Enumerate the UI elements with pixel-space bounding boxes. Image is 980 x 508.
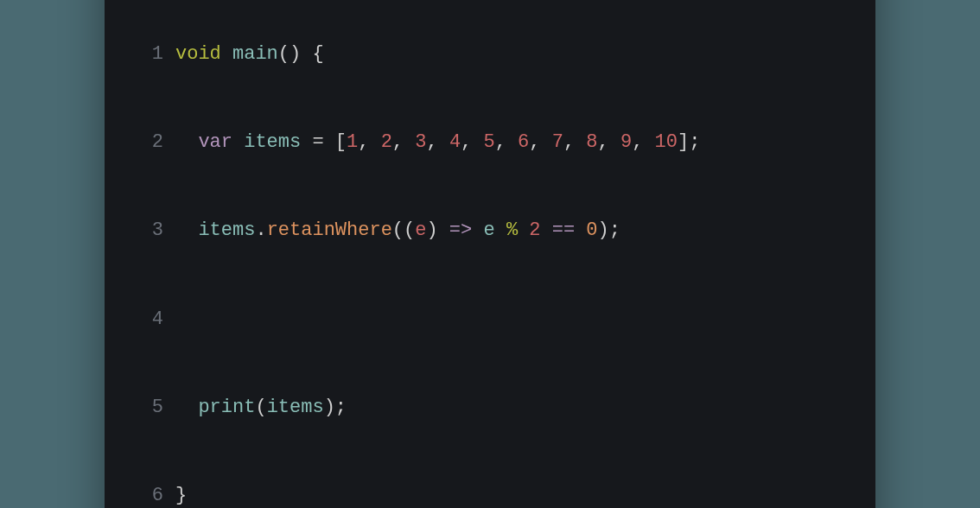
semicolon: ; bbox=[609, 219, 620, 241]
dot: . bbox=[255, 219, 266, 241]
close-paren: ) bbox=[324, 397, 335, 418]
open-paren: ( bbox=[278, 43, 290, 65]
line-number: 2 bbox=[132, 128, 163, 157]
indent bbox=[175, 219, 198, 241]
number-literal: 9 bbox=[620, 131, 632, 153]
code-line: 6 } bbox=[132, 481, 848, 508]
comma: , bbox=[563, 131, 586, 153]
comma: , bbox=[495, 131, 518, 153]
code-line: 1 void main() { bbox=[132, 40, 848, 69]
code-content: items.retainWhere((e) => e % 2 == 0); bbox=[175, 216, 620, 245]
number-literal: 10 bbox=[655, 131, 678, 153]
indent bbox=[175, 397, 198, 418]
code-content: var items = [1, 2, 3, 4, 5, 6, 7, 8, 9, … bbox=[175, 128, 700, 157]
modulo-operator: % bbox=[495, 219, 530, 241]
function-print: print bbox=[198, 397, 255, 418]
line-number: 6 bbox=[132, 481, 163, 508]
semicolon: ; bbox=[335, 397, 347, 418]
open-bracket: [ bbox=[335, 131, 347, 153]
code-line: 2 var items = [1, 2, 3, 4, 5, 6, 7, 8, 9… bbox=[132, 128, 848, 157]
number-literal: 2 bbox=[381, 131, 392, 153]
close-brace: } bbox=[175, 485, 187, 506]
number-literal: 7 bbox=[552, 131, 563, 153]
number-literal: 2 bbox=[529, 219, 540, 241]
number-literal: 3 bbox=[415, 131, 426, 153]
code-block: 1 void main() { 2 var items = [1, 2, 3, … bbox=[132, 0, 848, 508]
keyword-void: void bbox=[175, 43, 221, 65]
line-number: 3 bbox=[132, 216, 163, 245]
number-literal: 6 bbox=[518, 131, 529, 153]
open-paren: ( bbox=[255, 397, 266, 418]
identifier: items bbox=[244, 131, 301, 153]
line-number: 4 bbox=[132, 305, 163, 334]
equality-operator: == bbox=[541, 219, 587, 241]
operator-assign: = bbox=[301, 131, 335, 153]
code-content: } bbox=[175, 481, 187, 508]
close-paren: ) bbox=[290, 43, 301, 65]
code-content: print(items); bbox=[175, 393, 347, 422]
arrow-operator: => bbox=[438, 219, 484, 241]
open-paren: ( bbox=[404, 219, 415, 241]
comma: , bbox=[632, 131, 654, 153]
line-number: 5 bbox=[132, 393, 163, 422]
indent bbox=[175, 131, 198, 153]
code-line: 5 print(items); bbox=[132, 393, 848, 422]
method-call: retainWhere bbox=[267, 219, 392, 241]
close-paren: ) bbox=[426, 219, 437, 241]
comma: , bbox=[529, 131, 551, 153]
close-paren: ) bbox=[598, 219, 609, 241]
code-line: 4 bbox=[132, 305, 848, 334]
parameter: e bbox=[415, 219, 426, 241]
code-content: void main() { bbox=[175, 40, 324, 69]
comma: , bbox=[598, 131, 620, 153]
comma: , bbox=[461, 131, 483, 153]
identifier: e bbox=[483, 219, 494, 241]
number-literal: 1 bbox=[347, 131, 358, 153]
number-literal: 0 bbox=[586, 219, 597, 241]
identifier: items bbox=[267, 397, 324, 418]
code-window: 1 void main() { 2 var items = [1, 2, 3, … bbox=[105, 0, 875, 508]
close-bracket: ] bbox=[678, 131, 689, 153]
comma: , bbox=[426, 131, 449, 153]
identifier: items bbox=[198, 219, 255, 241]
open-brace: { bbox=[312, 43, 323, 65]
number-literal: 4 bbox=[449, 131, 461, 153]
semicolon: ; bbox=[689, 131, 700, 153]
open-paren: ( bbox=[392, 219, 404, 241]
line-number: 1 bbox=[132, 40, 163, 69]
comma: , bbox=[358, 131, 380, 153]
keyword-var: var bbox=[198, 131, 232, 153]
number-literal: 8 bbox=[586, 131, 597, 153]
comma: , bbox=[392, 131, 415, 153]
number-literal: 5 bbox=[483, 131, 494, 153]
function-name: main bbox=[232, 43, 278, 65]
code-line: 3 items.retainWhere((e) => e % 2 == 0); bbox=[132, 216, 848, 245]
